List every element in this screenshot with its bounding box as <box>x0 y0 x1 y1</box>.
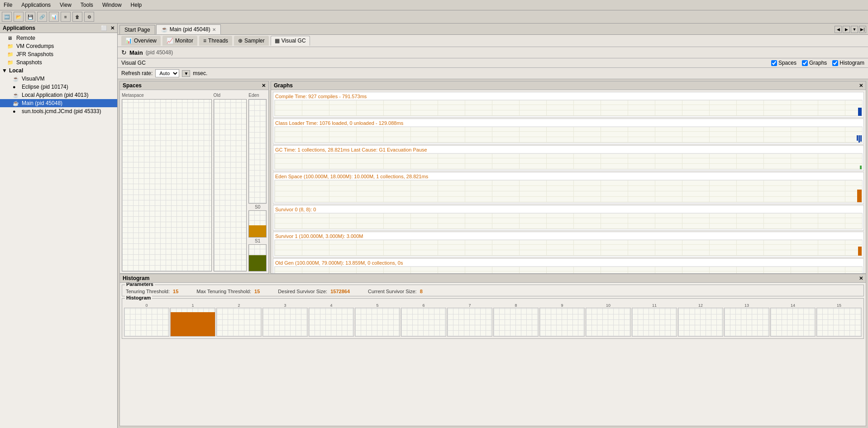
spaces-checkbox-input[interactable] <box>771 60 777 66</box>
tab-overview[interactable]: 📊 Overview <box>121 36 161 46</box>
hist-label-3: 3 <box>284 303 286 308</box>
hist-label-5: 5 <box>376 303 378 308</box>
menu-view[interactable]: View <box>58 1 73 9</box>
tab-nav-down[interactable]: ▼ <box>851 26 858 33</box>
graph-gc-time-title: GC Time: 1 collections, 28.821ms Last Ca… <box>274 147 863 153</box>
spaces-panel-content: Metaspace Old <box>120 90 268 273</box>
histogram-checkbox-input[interactable] <box>832 60 838 66</box>
sidebar-close-btn[interactable]: ✕ <box>110 25 114 31</box>
toolbar-new[interactable]: 🆕 <box>2 12 12 22</box>
toolbar-open[interactable]: 📂 <box>14 12 24 22</box>
toolbar-save[interactable]: 💾 <box>25 12 35 22</box>
hist-bar-15: 15 <box>816 303 862 337</box>
graph-survivor-0-area <box>274 213 863 229</box>
params-title: Parameters <box>125 283 155 287</box>
menu-applications[interactable]: Applications <box>19 1 52 9</box>
sidebar-item-eclipse[interactable]: ● Eclipse (pid 10174) <box>0 83 117 91</box>
sampler-icon: ⊕ <box>238 38 243 44</box>
graph-survivor-1: Survivor 1 (100.000M, 3.000M): 3.000M <box>273 232 864 257</box>
hist-bar-6: 6 <box>401 303 446 337</box>
graph-eden-space-title: Eden Space (100.000M, 18.000M): 10.000M,… <box>274 173 863 180</box>
sidebar-item-visualvm-label: VisualVM <box>22 76 44 82</box>
app-title: Main <box>129 49 143 56</box>
current-survivor-size: Current Survivor Size: 8 <box>368 289 423 294</box>
monitor-icon: 📈 <box>167 38 173 44</box>
tab-sampler[interactable]: ⊕ Sampler <box>234 36 269 46</box>
tab-nav-right[interactable]: ▶ <box>843 26 850 33</box>
remote-icon: 🖥 <box>7 35 14 41</box>
hist-label-6: 6 <box>422 303 424 308</box>
tab-sampler-label: Sampler <box>244 38 265 44</box>
refresh-dropdown-btn[interactable]: ▼ <box>182 70 190 77</box>
graph-survivor-1-title: Survivor 1 (100.000M, 3.000M): 3.000M <box>274 233 863 240</box>
hist-label-4: 4 <box>330 303 332 308</box>
s0-fill <box>249 225 266 237</box>
tab-start-page[interactable]: Start Page <box>119 25 155 34</box>
toolbar-settings[interactable]: ⚙ <box>84 12 94 22</box>
tab-main[interactable]: ☕ Main (pid 45048) ✕ <box>156 24 221 34</box>
sidebar-item-remote[interactable]: 🖥 Remote <box>0 34 117 42</box>
menu-help[interactable]: Help <box>129 1 144 9</box>
tenuring-threshold-value: 15 <box>173 289 178 294</box>
tab-nav-last[interactable]: ▶| <box>859 26 866 33</box>
tab-monitor[interactable]: 📈 Monitor <box>162 36 197 46</box>
sidebar-item-jcmd[interactable]: ● sun.tools.jcmd.JCmd (pid 45333) <box>0 107 117 115</box>
menu-tools[interactable]: Tools <box>79 1 95 9</box>
spaces-panel-close[interactable]: ✕ <box>262 83 266 89</box>
visualvm-icon: ☕ <box>13 76 20 82</box>
graph-survivor-0: Survivor 0 (8, 8): 0 <box>273 205 864 231</box>
tab-nav-buttons: ◀ ▶ ▼ ▶| <box>835 26 866 33</box>
sidebar-item-local-app[interactable]: ☕ Local Application (pid 4013) <box>0 91 117 99</box>
sidebar-item-vm-coredumps[interactable]: 📁 VM Coredumps <box>0 42 117 50</box>
graphs-content: Compile Time: 927 compiles - 791.573ms C… <box>271 90 866 273</box>
tab-nav-left[interactable]: ◀ <box>835 26 842 33</box>
current-survivor-label: Current Survivor Size: <box>368 289 417 294</box>
graphs-checkbox[interactable]: Graphs <box>802 60 827 66</box>
spaces-checkbox[interactable]: Spaces <box>771 60 796 66</box>
sidebar-item-visualvm[interactable]: ☕ VisualVM <box>0 75 117 83</box>
hist-bar-7: 7 <box>447 303 492 337</box>
sidebar-title: Applications <box>3 25 35 31</box>
s1-label: S1 <box>248 238 267 243</box>
histogram-bars-container: 0 1 2 <box>124 300 862 337</box>
graphs-panel-close[interactable]: ✕ <box>859 83 863 89</box>
hist-bar-14: 14 <box>770 303 816 337</box>
tab-visual-gc[interactable]: ▦ Visual GC <box>271 36 310 46</box>
sidebar-item-snapshots[interactable]: 📁 Snapshots <box>0 58 117 67</box>
tab-monitor-label: Monitor <box>175 38 193 44</box>
graph-old-gen-title: Old Gen (100.000M, 79.000M): 13.859M, 0 … <box>274 260 863 266</box>
tab-main-close[interactable]: ✕ <box>212 27 216 32</box>
histogram-panel-close[interactable]: ✕ <box>859 276 863 281</box>
menu-window[interactable]: Window <box>100 1 124 9</box>
sidebar-item-jfr-snapshots[interactable]: 📁 JFR Snapshots <box>0 50 117 58</box>
histogram-inner-title: Histogram <box>125 295 152 300</box>
sidebar-item-main[interactable]: ☕ Main (pid 45048) <box>0 99 117 107</box>
menu-file[interactable]: File <box>2 1 14 9</box>
tab-bar: Start Page ☕ Main (pid 45048) ✕ ◀ ▶ ▼ ▶| <box>118 24 868 35</box>
hist-bar-11: 11 <box>632 303 677 337</box>
refresh-select[interactable]: Auto <box>155 69 179 77</box>
desired-survivor-label: Desired Survivor Size: <box>278 289 327 294</box>
toolbar-heap[interactable]: 📊 <box>49 12 59 22</box>
histogram-panel-title: Histogram <box>123 275 149 281</box>
toolbar-thread[interactable]: ≡ <box>61 12 71 22</box>
sidebar-expand-btn[interactable]: ⬜ <box>101 25 107 31</box>
sidebar-section-local[interactable]: ▼ Local <box>0 67 117 75</box>
graph-old-gen-area <box>274 266 863 273</box>
graph-compile-time: Compile Time: 927 compiles - 791.573ms <box>273 92 864 118</box>
tab-threads[interactable]: ≡ Threads <box>199 36 232 46</box>
params-row: Tenuring Threshold: 15 Max Tenuring Thre… <box>126 287 860 294</box>
toolbar-connect[interactable]: 🔗 <box>37 12 47 22</box>
hist-label-9: 9 <box>561 303 563 308</box>
vm-coredumps-icon: 📁 <box>7 43 14 49</box>
toolbar-gc[interactable]: 🗑 <box>72 12 82 22</box>
app-subtitle: (pid 45048) <box>146 49 173 56</box>
max-tenuring-value: 15 <box>254 289 260 294</box>
graphs-checkbox-input[interactable] <box>802 60 808 66</box>
toolbar: 🆕 📂 💾 🔗 📊 ≡ 🗑 ⚙ <box>0 10 868 24</box>
histogram-checkbox[interactable]: Histogram <box>832 60 864 66</box>
hist-label-10: 10 <box>606 303 610 308</box>
graph-gc-time-area <box>274 153 863 170</box>
hist-bar-0: 0 <box>124 303 169 337</box>
gc-bar <box>860 166 862 169</box>
